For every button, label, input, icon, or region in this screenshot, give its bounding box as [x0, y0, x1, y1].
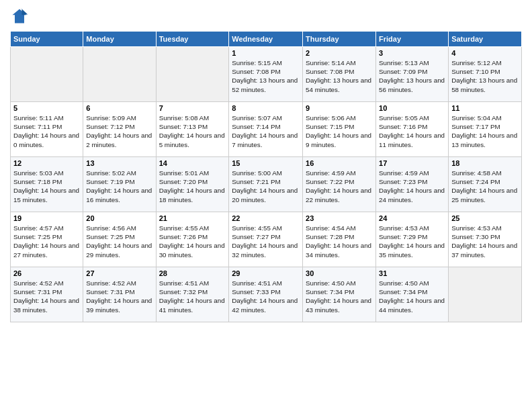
weekday-header-saturday: Saturday: [449, 32, 522, 47]
day-number: 14: [159, 159, 226, 167]
day-info: Sunrise: 4:55 AM Sunset: 7:27 PM Dayligh…: [232, 224, 300, 259]
calendar-cell: 23Sunrise: 4:54 AM Sunset: 7:28 PM Dayli…: [303, 212, 376, 267]
calendar-cell: 15Sunrise: 5:00 AM Sunset: 7:21 PM Dayli…: [229, 157, 303, 212]
day-info: Sunrise: 5:11 AM Sunset: 7:11 PM Dayligh…: [13, 113, 80, 149]
calendar-cell: 1Sunrise: 5:15 AM Sunset: 7:08 PM Daylig…: [229, 47, 303, 102]
calendar-cell: 6Sunrise: 5:09 AM Sunset: 7:12 PM Daylig…: [83, 102, 156, 157]
calendar-cell: 27Sunrise: 4:52 AM Sunset: 7:31 PM Dayli…: [83, 267, 156, 322]
day-info: Sunrise: 5:13 AM Sunset: 7:09 PM Dayligh…: [379, 58, 445, 94]
weekday-header-monday: Monday: [83, 32, 156, 47]
day-number: 3: [379, 49, 445, 57]
day-number: 6: [86, 104, 152, 112]
day-number: 2: [306, 49, 373, 57]
day-info: Sunrise: 5:07 AM Sunset: 7:14 PM Dayligh…: [232, 113, 300, 149]
calendar-cell: 7Sunrise: 5:08 AM Sunset: 7:13 PM Daylig…: [156, 102, 229, 157]
calendar-cell: 9Sunrise: 5:06 AM Sunset: 7:15 PM Daylig…: [303, 102, 376, 157]
weekday-header-wednesday: Wednesday: [229, 32, 303, 47]
calendar-cell: 5Sunrise: 5:11 AM Sunset: 7:11 PM Daylig…: [11, 102, 83, 157]
calendar-cell: 8Sunrise: 5:07 AM Sunset: 7:14 PM Daylig…: [229, 102, 303, 157]
day-number: 8: [232, 104, 300, 112]
calendar-cell: 18Sunrise: 4:58 AM Sunset: 7:24 PM Dayli…: [449, 157, 522, 212]
calendar-cell: 21Sunrise: 4:55 AM Sunset: 7:26 PM Dayli…: [156, 212, 229, 267]
day-number: 13: [86, 159, 152, 167]
weekday-header-tuesday: Tuesday: [156, 32, 229, 47]
day-info: Sunrise: 5:02 AM Sunset: 7:19 PM Dayligh…: [86, 169, 152, 204]
day-number: 17: [379, 159, 445, 167]
calendar-week-5: 26Sunrise: 4:52 AM Sunset: 7:31 PM Dayli…: [11, 267, 522, 322]
calendar-cell: [449, 267, 522, 322]
day-number: 16: [306, 159, 373, 167]
weekday-header-thursday: Thursday: [303, 32, 376, 47]
day-number: 5: [13, 104, 80, 112]
calendar-cell: 4Sunrise: 5:12 AM Sunset: 7:10 PM Daylig…: [449, 47, 522, 102]
calendar-cell: 30Sunrise: 4:50 AM Sunset: 7:34 PM Dayli…: [303, 267, 376, 322]
header: [10, 7, 522, 26]
day-info: Sunrise: 4:53 AM Sunset: 7:30 PM Dayligh…: [451, 224, 519, 259]
day-number: 20: [86, 214, 152, 222]
day-number: 23: [306, 214, 373, 222]
day-info: Sunrise: 4:50 AM Sunset: 7:34 PM Dayligh…: [306, 279, 373, 314]
day-number: 12: [13, 159, 80, 167]
day-info: Sunrise: 4:50 AM Sunset: 7:34 PM Dayligh…: [379, 279, 445, 314]
day-number: 19: [13, 214, 80, 222]
calendar-table: SundayMondayTuesdayWednesdayThursdayFrid…: [10, 31, 522, 322]
calendar-cell: 31Sunrise: 4:50 AM Sunset: 7:34 PM Dayli…: [376, 267, 449, 322]
day-info: Sunrise: 5:12 AM Sunset: 7:10 PM Dayligh…: [451, 58, 519, 94]
calendar-cell: 25Sunrise: 4:53 AM Sunset: 7:30 PM Dayli…: [449, 212, 522, 267]
day-number: 27: [86, 269, 152, 277]
weekday-header-row: SundayMondayTuesdayWednesdayThursdayFrid…: [11, 32, 522, 47]
day-number: 4: [451, 49, 519, 57]
day-number: 29: [232, 269, 300, 277]
calendar-cell: [83, 47, 156, 102]
weekday-header-sunday: Sunday: [11, 32, 83, 47]
day-number: 25: [451, 214, 519, 222]
day-number: 28: [159, 269, 226, 277]
calendar-cell: 10Sunrise: 5:05 AM Sunset: 7:16 PM Dayli…: [376, 102, 449, 157]
day-number: 26: [13, 269, 80, 277]
day-number: 24: [379, 214, 445, 222]
day-info: Sunrise: 4:51 AM Sunset: 7:33 PM Dayligh…: [232, 279, 300, 314]
calendar-cell: 2Sunrise: 5:14 AM Sunset: 7:08 PM Daylig…: [303, 47, 376, 102]
day-number: 21: [159, 214, 226, 222]
day-number: 9: [306, 104, 373, 112]
calendar-cell: 17Sunrise: 4:59 AM Sunset: 7:23 PM Dayli…: [376, 157, 449, 212]
day-info: Sunrise: 5:00 AM Sunset: 7:21 PM Dayligh…: [232, 169, 300, 204]
calendar-cell: 24Sunrise: 4:53 AM Sunset: 7:29 PM Dayli…: [376, 212, 449, 267]
calendar-cell: 20Sunrise: 4:56 AM Sunset: 7:25 PM Dayli…: [83, 212, 156, 267]
weekday-header-friday: Friday: [376, 32, 449, 47]
day-info: Sunrise: 5:14 AM Sunset: 7:08 PM Dayligh…: [306, 58, 373, 94]
calendar-cell: 29Sunrise: 4:51 AM Sunset: 7:33 PM Dayli…: [229, 267, 303, 322]
day-info: Sunrise: 5:09 AM Sunset: 7:12 PM Dayligh…: [86, 113, 152, 149]
day-info: Sunrise: 4:57 AM Sunset: 7:25 PM Dayligh…: [13, 224, 80, 259]
day-info: Sunrise: 4:52 AM Sunset: 7:31 PM Dayligh…: [86, 279, 152, 314]
calendar-week-3: 12Sunrise: 5:03 AM Sunset: 7:18 PM Dayli…: [11, 157, 522, 212]
calendar-cell: 13Sunrise: 5:02 AM Sunset: 7:19 PM Dayli…: [83, 157, 156, 212]
day-info: Sunrise: 5:08 AM Sunset: 7:13 PM Dayligh…: [159, 113, 226, 149]
day-info: Sunrise: 4:59 AM Sunset: 7:23 PM Dayligh…: [379, 169, 445, 204]
day-info: Sunrise: 4:55 AM Sunset: 7:26 PM Dayligh…: [159, 224, 226, 259]
calendar-cell: 14Sunrise: 5:01 AM Sunset: 7:20 PM Dayli…: [156, 157, 229, 212]
day-number: 1: [232, 49, 300, 57]
day-info: Sunrise: 4:59 AM Sunset: 7:22 PM Dayligh…: [306, 169, 373, 204]
calendar-cell: 3Sunrise: 5:13 AM Sunset: 7:09 PM Daylig…: [376, 47, 449, 102]
day-number: 15: [232, 159, 300, 167]
calendar-cell: 22Sunrise: 4:55 AM Sunset: 7:27 PM Dayli…: [229, 212, 303, 267]
calendar-cell: 28Sunrise: 4:51 AM Sunset: 7:32 PM Dayli…: [156, 267, 229, 322]
day-number: 31: [379, 269, 445, 277]
logo: [10, 7, 32, 26]
calendar-week-2: 5Sunrise: 5:11 AM Sunset: 7:11 PM Daylig…: [11, 102, 522, 157]
day-info: Sunrise: 5:06 AM Sunset: 7:15 PM Dayligh…: [306, 113, 373, 149]
page: SundayMondayTuesdayWednesdayThursdayFrid…: [0, 0, 532, 411]
day-number: 22: [232, 214, 300, 222]
day-info: Sunrise: 4:56 AM Sunset: 7:25 PM Dayligh…: [86, 224, 152, 259]
day-info: Sunrise: 5:01 AM Sunset: 7:20 PM Dayligh…: [159, 169, 226, 204]
day-info: Sunrise: 5:03 AM Sunset: 7:18 PM Dayligh…: [13, 169, 80, 204]
day-number: 18: [451, 159, 519, 167]
calendar-cell: [156, 47, 229, 102]
day-info: Sunrise: 4:53 AM Sunset: 7:29 PM Dayligh…: [379, 224, 445, 259]
day-number: 7: [159, 104, 226, 112]
day-info: Sunrise: 5:05 AM Sunset: 7:16 PM Dayligh…: [379, 113, 445, 149]
calendar-cell: 12Sunrise: 5:03 AM Sunset: 7:18 PM Dayli…: [11, 157, 83, 212]
day-number: 10: [379, 104, 445, 112]
day-info: Sunrise: 5:15 AM Sunset: 7:08 PM Dayligh…: [232, 58, 300, 94]
